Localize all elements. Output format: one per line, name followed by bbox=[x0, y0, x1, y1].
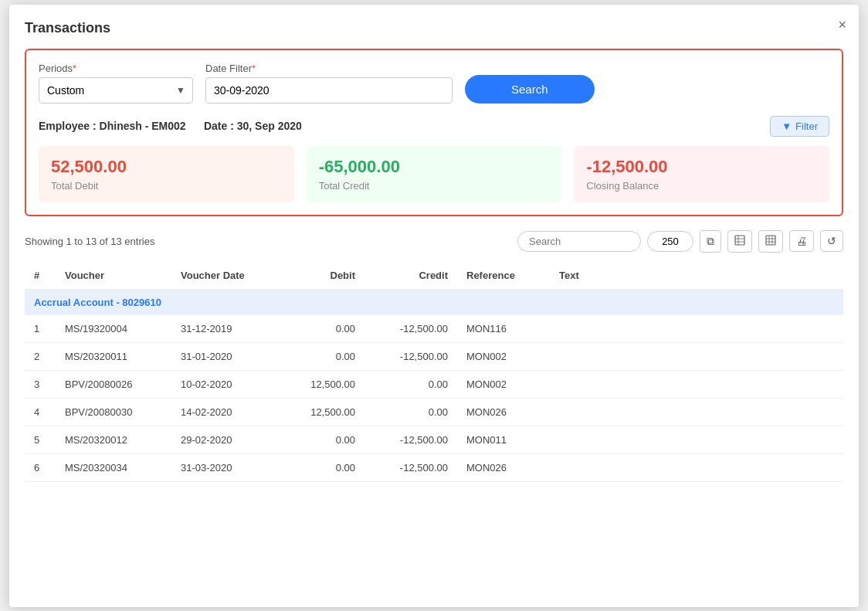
cell-reference: MON026 bbox=[457, 398, 550, 426]
table-row: 5 MS/20320012 29-02-2020 0.00 -12,500.00… bbox=[25, 426, 843, 453]
transactions-modal: Transactions × Periods* Custom This Mont… bbox=[9, 5, 859, 607]
search-button[interactable]: Search bbox=[465, 75, 595, 104]
svg-rect-0 bbox=[735, 236, 744, 245]
cell-credit: -12,500.00 bbox=[364, 314, 457, 342]
cell-date: 10-02-2020 bbox=[171, 370, 272, 398]
employee-info: Employee : Dhinesh - EM002 Date : 30, Se… bbox=[39, 120, 302, 132]
cell-debit: 0.00 bbox=[272, 342, 364, 370]
group-row: Accrual Account - 8029610 bbox=[25, 290, 843, 315]
date-filter-label: Date Filter* bbox=[205, 63, 453, 74]
closing-balance-value: -12,500.00 bbox=[586, 157, 817, 177]
cell-reference: MON011 bbox=[457, 426, 550, 453]
print-button[interactable]: 🖨 bbox=[789, 230, 814, 252]
stats-row: 52,500.00 Total Debit -65,000.00 Total C… bbox=[39, 146, 829, 202]
col-header-debit: Debit bbox=[272, 262, 364, 290]
cell-debit: 12,500.00 bbox=[272, 398, 364, 426]
cell-credit: -12,500.00 bbox=[364, 342, 457, 370]
table-row: 6 MS/20320034 31-03-2020 0.00 -12,500.00… bbox=[25, 453, 843, 481]
cell-num: 4 bbox=[25, 398, 56, 426]
cell-text bbox=[550, 342, 843, 370]
copy-button[interactable]: ⧉ bbox=[700, 230, 721, 253]
cell-reference: MON026 bbox=[457, 453, 550, 481]
cell-reference: MON116 bbox=[457, 314, 550, 342]
table-row: 2 MS/20320011 31-01-2020 0.00 -12,500.00… bbox=[25, 342, 843, 370]
col-header-date: Voucher Date bbox=[171, 262, 272, 290]
filter-row: Periods* Custom This Month Last Month Th… bbox=[39, 63, 829, 104]
col-header-reference: Reference bbox=[457, 262, 550, 290]
total-credit-value: -65,000.00 bbox=[319, 157, 550, 177]
table-header-row: # Voucher Voucher Date Debit Credit Refe… bbox=[25, 262, 843, 290]
entries-info: Showing 1 to 13 of 13 entries bbox=[25, 236, 154, 247]
cell-voucher: MS/19320004 bbox=[56, 314, 171, 342]
cell-num: 3 bbox=[25, 370, 56, 398]
excel-button[interactable] bbox=[758, 230, 783, 253]
total-credit-card: -65,000.00 Total Credit bbox=[307, 146, 562, 202]
svg-rect-4 bbox=[766, 236, 775, 245]
refresh-button[interactable]: ↺ bbox=[820, 230, 843, 252]
periods-select[interactable]: Custom This Month Last Month This Year bbox=[39, 77, 193, 104]
table-row: 4 BPV/20080030 14-02-2020 12,500.00 0.00… bbox=[25, 398, 843, 426]
periods-select-wrapper: Custom This Month Last Month This Year ▼ bbox=[39, 77, 193, 104]
col-header-credit: Credit bbox=[364, 262, 457, 290]
summary-info-row: Employee : Dhinesh - EM002 Date : 30, Se… bbox=[39, 116, 829, 137]
total-debit-card: 52,500.00 Total Debit bbox=[39, 146, 294, 202]
filter-button[interactable]: ▼ Filter bbox=[770, 116, 829, 137]
filter-section: Periods* Custom This Month Last Month Th… bbox=[25, 49, 843, 216]
cell-voucher: MS/20320012 bbox=[56, 426, 171, 453]
col-header-text: Text bbox=[550, 262, 843, 290]
cell-credit: -12,500.00 bbox=[364, 426, 457, 453]
closing-balance-label: Closing Balance bbox=[586, 180, 817, 192]
transactions-table: # Voucher Voucher Date Debit Credit Refe… bbox=[25, 262, 843, 482]
page-size-input[interactable] bbox=[647, 231, 693, 252]
cell-num: 6 bbox=[25, 453, 56, 481]
col-header-voucher: Voucher bbox=[56, 262, 171, 290]
cell-text bbox=[550, 426, 843, 453]
cell-num: 5 bbox=[25, 426, 56, 453]
total-debit-value: 52,500.00 bbox=[51, 157, 282, 177]
cell-date: 31-03-2020 bbox=[171, 453, 272, 481]
cell-text bbox=[550, 453, 843, 481]
table-controls: Showing 1 to 13 of 13 entries ⧉ bbox=[25, 230, 843, 253]
date-filter-input[interactable] bbox=[205, 77, 453, 104]
cell-debit: 0.00 bbox=[272, 453, 364, 481]
periods-label: Periods* bbox=[39, 63, 193, 74]
cell-debit: 12,500.00 bbox=[272, 370, 364, 398]
cell-reference: MON002 bbox=[457, 342, 550, 370]
cell-num: 2 bbox=[25, 342, 56, 370]
cell-text bbox=[550, 398, 843, 426]
cell-date: 14-02-2020 bbox=[171, 398, 272, 426]
cell-date: 31-01-2020 bbox=[171, 342, 272, 370]
total-credit-label: Total Credit bbox=[319, 180, 550, 192]
cell-credit: 0.00 bbox=[364, 370, 457, 398]
cell-text bbox=[550, 314, 843, 342]
cell-credit: 0.00 bbox=[364, 398, 457, 426]
cell-credit: -12,500.00 bbox=[364, 453, 457, 481]
table-row: 1 MS/19320004 31-12-2019 0.00 -12,500.00… bbox=[25, 314, 843, 342]
date-filter-field-group: Date Filter* bbox=[205, 63, 453, 104]
cell-text bbox=[550, 370, 843, 398]
csv-button[interactable] bbox=[727, 230, 752, 253]
cell-voucher: MS/20320011 bbox=[56, 342, 171, 370]
close-button[interactable]: × bbox=[838, 17, 846, 33]
cell-voucher: BPV/20080026 bbox=[56, 370, 171, 398]
cell-debit: 0.00 bbox=[272, 314, 364, 342]
filter-funnel-icon: ▼ bbox=[782, 121, 792, 132]
cell-num: 1 bbox=[25, 314, 56, 342]
cell-date: 31-12-2019 bbox=[171, 314, 272, 342]
table-search-wrapper bbox=[517, 231, 641, 252]
table-search-input[interactable] bbox=[529, 236, 629, 247]
cell-reference: MON002 bbox=[457, 370, 550, 398]
total-debit-label: Total Debit bbox=[51, 180, 282, 192]
table-row: 3 BPV/20080026 10-02-2020 12,500.00 0.00… bbox=[25, 370, 843, 398]
table-controls-right: ⧉ 🖨 ↺ bbox=[517, 230, 843, 253]
cell-voucher: MS/20320034 bbox=[56, 453, 171, 481]
cell-voucher: BPV/20080030 bbox=[56, 398, 171, 426]
closing-balance-card: -12,500.00 Closing Balance bbox=[574, 146, 829, 202]
col-header-num: # bbox=[25, 262, 56, 290]
cell-debit: 0.00 bbox=[272, 426, 364, 453]
cell-date: 29-02-2020 bbox=[171, 426, 272, 453]
modal-title: Transactions bbox=[25, 20, 843, 36]
periods-field-group: Periods* Custom This Month Last Month Th… bbox=[39, 63, 193, 104]
